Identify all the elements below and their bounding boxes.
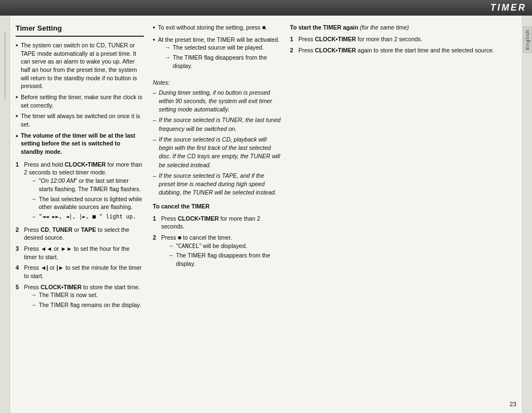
intro-bullets: The system can switch on to CD, TUNER or… — [16, 41, 144, 156]
cancel-arrow-2: → The TIMER flag disappears from the dis… — [168, 251, 281, 268]
note-2-text: If the source selected is TUNER, the las… — [159, 116, 281, 133]
step-5-num: 5 — [16, 283, 22, 291]
bullet-1-text: The system can switch on to CD, TUNER or… — [21, 41, 144, 90]
column-right: To start the TIMER again (for the same t… — [290, 23, 516, 407]
cancel-steps: 1 Press CLOCK•TIMER for more than 2 seco… — [153, 215, 281, 270]
cancel-arrow-1: → "CANCEL" will be displayed. — [168, 242, 281, 250]
steps-list: 1 Press and hold CLOCK•TIMER for more th… — [16, 161, 144, 311]
mid-arrow-sym-2: → — [165, 54, 171, 62]
step-3: 3 Press ◄◄ or ►► to set the hour for the… — [16, 245, 144, 261]
arrow-sym-5-2: → — [31, 301, 37, 309]
cancel-arrow-sym-2: → — [168, 251, 174, 260]
bullet-4-text: The volume of the timer will be at the l… — [21, 132, 144, 156]
mid-arrow-sym-1: → — [165, 43, 171, 52]
bullet-4: The volume of the timer will be at the l… — [16, 132, 144, 156]
page-number: 23 — [510, 401, 516, 407]
notes-section: Notes: During timer setting, if no butto… — [153, 79, 281, 197]
step-1-arrow-3-text: "◄◄ ►►, ◄|, |►, ■ " light up. — [39, 213, 137, 221]
step-1-arrow-2-text: The last selected source is lighted whil… — [39, 195, 144, 211]
cancel-step-1-content: Press CLOCK•TIMER for more than 2 second… — [161, 215, 281, 231]
mid-arrow-2: → The TIMER flag disappears from the dis… — [165, 54, 281, 70]
language-label: English — [523, 27, 532, 53]
step-1-arrow-1: → "On 12:00 AM" or the last set timer st… — [31, 177, 144, 193]
start-again-heading-bold: To start the TIMER again — [290, 24, 358, 31]
step-4-num: 4 — [16, 264, 22, 272]
middle-bullets: To exit without storing the setting, pre… — [153, 23, 281, 72]
step-5-arrow-2: → The TIMER flag remains on the display. — [31, 301, 144, 309]
note-4: If the source selected is TAPE, and if t… — [153, 172, 281, 197]
step-1: 1 Press and hold CLOCK•TIMER for more th… — [16, 161, 144, 223]
column-middle: To exit without storing the setting, pre… — [153, 23, 281, 407]
arrow-sym-3: → — [31, 213, 37, 221]
step-1-num: 1 — [16, 161, 22, 169]
note-3: If the source selected is CD, playback w… — [153, 135, 281, 169]
start-step-2-content: Press CLOCK•TIMER again to store the sta… — [298, 46, 516, 55]
step-5-arrow-2-text: The TIMER flag remains on the display. — [39, 301, 141, 309]
section-title: Timer Setting — [16, 23, 144, 37]
arrow-sym-5-1: → — [31, 291, 37, 299]
step-2-num: 2 — [16, 226, 22, 234]
bullet-3: The timer will always be switched on onc… — [16, 112, 144, 128]
start-again-heading: To start the TIMER again (for the same t… — [290, 23, 516, 32]
mid-bullet-2: At the preset time, the TIMER will be ac… — [153, 36, 281, 72]
cancel-arrow-sym-1: → — [168, 242, 174, 250]
step-3-content: Press ◄◄ or ►► to set the hour for the t… — [24, 245, 144, 261]
notes-label: Notes: — [153, 79, 281, 87]
cancel-arrow-1-text: "CANCEL" will be displayed. — [176, 242, 248, 250]
mid-bullet-2-wrapper: At the preset time, the TIMER will be ac… — [158, 36, 281, 72]
left-bar-decoration — [4, 32, 6, 99]
note-1-text: During timer setting, if no button is pr… — [159, 89, 281, 114]
start-step-1: 1 Press CLOCK•TIMER for more than 2 seco… — [290, 35, 516, 43]
step-5: 5 Press CLOCK•TIMER to store the start t… — [16, 283, 144, 311]
right-sidebar: English — [522, 16, 532, 413]
start-again-steps: 1 Press CLOCK•TIMER for more than 2 seco… — [290, 35, 516, 55]
mid-arrow-1-text: The selected source will be played. — [173, 43, 264, 52]
start-step-1-content: Press CLOCK•TIMER for more than 2 second… — [298, 35, 516, 43]
left-sidebar — [0, 16, 10, 413]
step-4-content: Press ◄| or |► to set the minute for the… — [24, 264, 144, 280]
step-1-arrow-2: → The last selected source is lighted wh… — [31, 195, 144, 211]
cancel-arrow-2-text: The TIMER flag disappears from the displ… — [176, 251, 282, 268]
main-content: Timer Setting The system can switch on t… — [0, 16, 532, 413]
cancel-step-2-num: 2 — [153, 234, 159, 242]
note-3-text: If the source selected is CD, playback w… — [159, 135, 281, 169]
bullet-2-text: Before setting the timer, make sure the … — [21, 93, 144, 109]
start-again-heading-italic: (for the same time) — [360, 24, 409, 31]
content-columns: Timer Setting The system can switch on t… — [10, 16, 522, 413]
step-2: 2 Press CD, TUNER or TAPE to select the … — [16, 226, 144, 242]
step-4: 4 Press ◄| or |► to set the minute for t… — [16, 264, 144, 280]
cancel-step-2: 2 Press ■ to cancel the timer. → "CANCEL… — [153, 234, 281, 270]
arrow-sym: → — [31, 177, 37, 185]
cancel-step-1-num: 1 — [153, 215, 159, 223]
mid-arrow-1: → The selected source will be played. — [165, 43, 281, 52]
start-step-2: 2 Press CLOCK•TIMER again to store the s… — [290, 46, 516, 55]
arrow-sym-2: → — [31, 195, 37, 203]
note-2: If the source selected is TUNER, the las… — [153, 116, 281, 133]
mid-bullet-1: To exit without storing the setting, pre… — [153, 23, 281, 33]
note-1: During timer setting, if no button is pr… — [153, 89, 281, 114]
page-title: TIMER — [490, 3, 526, 13]
bullet-3-text: The timer will always be switched on onc… — [21, 112, 144, 128]
step-2-content: Press CD, TUNER or TAPE to select the de… — [24, 226, 144, 242]
cancel-step-1: 1 Press CLOCK•TIMER for more than 2 seco… — [153, 215, 281, 231]
step-5-content: Press CLOCK•TIMER to store the start tim… — [24, 283, 144, 311]
note-4-text: If the source selected is TAPE, and if t… — [159, 172, 281, 197]
step-5-arrow-1: → The TIMER is now set. — [31, 291, 144, 299]
start-step-1-num: 1 — [290, 35, 297, 43]
step-5-arrow-1-text: The TIMER is now set. — [39, 291, 98, 299]
column-left: Timer Setting The system can switch on t… — [16, 23, 144, 407]
start-step-2-num: 2 — [290, 46, 297, 55]
step-3-num: 3 — [16, 245, 22, 253]
step-1-content: Press and hold CLOCK•TIMER for more than… — [24, 161, 144, 223]
mid-bullet-1-text: To exit without storing the setting, pre… — [158, 23, 267, 32]
bullet-1: The system can switch on to CD, TUNER or… — [16, 41, 144, 90]
cancel-heading: To cancel the TIMER — [153, 202, 281, 211]
mid-arrow-2-text: The TIMER flag disappears from the displ… — [173, 54, 281, 70]
bullet-2: Before setting the timer, make sure the … — [16, 93, 144, 109]
step-1-arrow-1-text: "On 12:00 AM" or the last set timer star… — [39, 177, 144, 193]
top-bar: TIMER — [0, 0, 532, 16]
cancel-step-2-content: Press ■ to cancel the timer. → "CANCEL" … — [161, 234, 281, 270]
step-1-arrow-3: → "◄◄ ►►, ◄|, |►, ■ " light up. — [31, 213, 144, 221]
